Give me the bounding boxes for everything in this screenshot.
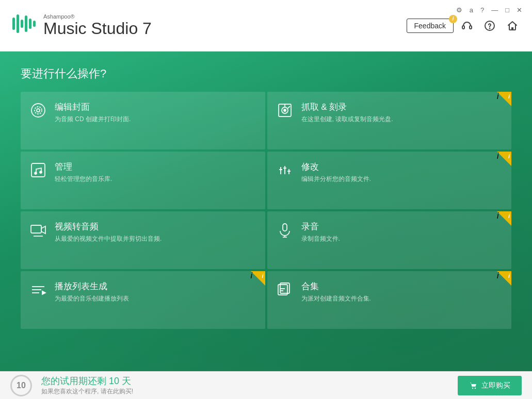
svg-point-19 <box>35 172 37 174</box>
microphone-icon <box>276 222 294 242</box>
disc-icon <box>29 102 47 122</box>
logo-area: Ashampoo® Music Studio 7 <box>10 10 152 41</box>
grid-cell-rip-burn[interactable]: 抓取 & 刻录在这里创建, 读取或复制音频光盘. <box>267 92 512 149</box>
cell-title-record: 录音 <box>301 221 340 232</box>
svg-marker-35 <box>42 291 45 294</box>
title-bar-right: Feedback <box>407 0 522 51</box>
cell-text-compilation: 合集为派对创建音频文件合集. <box>301 280 371 303</box>
cell-desc-manage: 轻松管理您的音乐库. <box>55 175 112 184</box>
svg-point-12 <box>35 107 42 114</box>
cell-title-video-to-audio: 视频转音频 <box>55 221 162 232</box>
svg-rect-29 <box>283 224 287 231</box>
app-name: Music Studio 7 <box>43 20 152 38</box>
cell-desc-video-to-audio: 从最爱的视频文件中提取并剪切出音频. <box>55 235 162 243</box>
svg-rect-2 <box>21 20 23 28</box>
cart-icon <box>469 381 477 390</box>
trial-main-text: 您的试用期还剩 10 天 <box>41 375 448 387</box>
headphone-button[interactable] <box>458 16 476 35</box>
trial-sub-text: 如果您喜欢这个程序, 请在此购买! <box>41 387 448 396</box>
cell-desc-rip-burn: 在这里创建, 读取或复制音频光盘. <box>301 115 393 124</box>
svg-point-39 <box>475 387 476 388</box>
grid-cell-manage[interactable]: 管理轻松管理您的音乐库. <box>21 152 265 209</box>
cell-desc-edit-cover: 为音频 CD 创建并打印封面. <box>55 115 131 124</box>
cell-text-record: 录音录制音频文件. <box>301 221 340 243</box>
svg-rect-18 <box>31 163 45 177</box>
svg-line-17 <box>288 106 290 108</box>
app-title-area: Ashampoo® Music Studio 7 <box>43 13 152 38</box>
logo-icon <box>10 10 37 41</box>
cell-title-manage: 管理 <box>55 161 112 173</box>
cell-desc-record: 录制音频文件. <box>301 235 340 243</box>
buy-button[interactable]: 立即购买 <box>458 376 522 395</box>
home-button[interactable] <box>503 16 522 35</box>
svg-rect-3 <box>25 15 27 32</box>
cell-text-video-to-audio: 视频转音频从最爱的视频文件中提取并剪切出音频. <box>55 221 162 243</box>
cell-title-compilation: 合集 <box>301 280 371 292</box>
cell-text-edit-cover: 编辑封面为音频 CD 创建并打印封面. <box>55 101 131 124</box>
grid-cell-edit-cover[interactable]: 编辑封面为音频 CD 创建并打印封面. <box>21 92 265 149</box>
trial-days-circle: 10 <box>10 375 32 396</box>
svg-rect-6 <box>462 26 464 29</box>
svg-point-38 <box>472 387 473 388</box>
music-note-icon <box>29 162 47 182</box>
compilation-icon <box>276 281 294 302</box>
cell-desc-modify: 编辑并分析您的音频文件. <box>301 175 371 184</box>
svg-rect-5 <box>33 21 36 27</box>
svg-rect-37 <box>280 283 289 293</box>
svg-rect-27 <box>31 225 41 233</box>
trial-text: 您的试用期还剩 10 天 如果您喜欢这个程序, 请在此购买! <box>41 375 448 396</box>
svg-rect-1 <box>17 14 19 33</box>
buy-label: 立即购买 <box>481 381 510 390</box>
title-bar: ⚙ a ? — □ ✕ Ashampoo® Music Studio 7 <box>0 0 532 52</box>
bottom-bar: 10 您的试用期还剩 10 天 如果您喜欢这个程序, 请在此购买! 立即购买 <box>0 371 532 399</box>
svg-point-9 <box>490 28 490 28</box>
svg-point-20 <box>40 171 42 173</box>
svg-rect-4 <box>29 19 31 29</box>
grid-cell-record[interactable]: 录音录制音频文件. <box>267 211 512 269</box>
svg-point-10 <box>31 104 45 117</box>
equalizer-icon <box>276 162 294 182</box>
svg-rect-7 <box>470 26 472 29</box>
grid-cell-compilation[interactable]: 合集为派对创建音频文件合集. <box>267 271 512 329</box>
svg-rect-0 <box>12 18 15 30</box>
playlist-icon <box>29 281 47 302</box>
svg-point-11 <box>37 109 40 112</box>
burn-icon <box>276 102 294 122</box>
cell-text-manage: 管理轻松管理您的音乐库. <box>55 161 112 184</box>
feedback-button[interactable]: Feedback <box>407 19 454 33</box>
cell-title-rip-burn: 抓取 & 刻录 <box>301 101 393 113</box>
video-icon <box>29 222 47 242</box>
cell-title-edit-cover: 编辑封面 <box>55 101 131 113</box>
cell-desc-playlist: 为最爱的音乐创建播放列表 <box>55 294 129 303</box>
cell-text-playlist: 播放列表生成为最爱的音乐创建播放列表 <box>55 280 129 303</box>
main-content: 要进行什么操作? 编辑封面为音频 CD 创建并打印封面. 抓取 & 刻录在这里创… <box>0 52 532 371</box>
cell-title-playlist: 播放列表生成 <box>55 280 129 292</box>
grid-cell-playlist[interactable]: 播放列表生成为最爱的音乐创建播放列表 <box>21 271 265 329</box>
cell-text-modify: 修改编辑并分析您的音频文件. <box>301 161 371 184</box>
cell-text-rip-burn: 抓取 & 刻录在这里创建, 读取或复制音频光盘. <box>301 101 393 124</box>
grid-cell-modify[interactable]: 修改编辑并分析您的音频文件. <box>267 152 512 209</box>
cell-title-modify: 修改 <box>301 161 371 173</box>
cell-desc-compilation: 为派对创建音频文件合集. <box>301 294 371 303</box>
question-button[interactable] <box>480 16 499 35</box>
grid-cell-video-to-audio[interactable]: 视频转音频从最爱的视频文件中提取并剪切出音频. <box>21 211 265 269</box>
svg-point-15 <box>284 109 286 111</box>
